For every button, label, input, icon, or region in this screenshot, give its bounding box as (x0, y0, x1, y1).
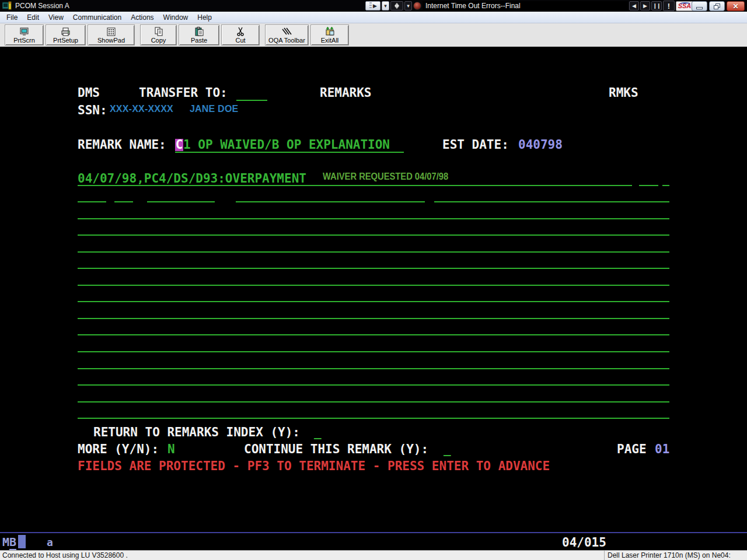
oqa-toolbar-button[interactable]: OQA Toolbar (265, 24, 309, 46)
paste-button[interactable]: Paste (179, 24, 219, 46)
pause-icon: ❙❙ (652, 3, 660, 9)
cut-button[interactable]: Cut (221, 24, 260, 46)
more-value[interactable]: N (167, 443, 175, 456)
document-button[interactable] (390, 1, 403, 10)
minimize-icon (696, 7, 703, 9)
return-index-label: RETURN TO REMARKS INDEX (Y): (93, 426, 300, 439)
oia-session-id: a (47, 536, 53, 548)
transfer-to-label: TRANSFER TO: (139, 87, 228, 99)
next-icon: ▶ (643, 3, 647, 9)
blank-input-line[interactable] (662, 185, 669, 186)
remark-name-label: REMARK NAME: (78, 139, 166, 151)
blank-input-line[interactable] (78, 384, 669, 386)
blank-input-line[interactable] (78, 235, 669, 236)
terminal-cursor[interactable]: C (175, 139, 183, 151)
print-screen-icon (19, 27, 29, 36)
prtsetup-button[interactable]: PrtSetup (46, 24, 86, 46)
cursor-position: 04/015 (562, 536, 606, 550)
page-number: 01 (655, 443, 669, 456)
blank-input-line[interactable] (236, 201, 425, 202)
ssn-value: XXX-XX-XXXX (110, 104, 173, 114)
blank-input-line[interactable] (78, 201, 106, 202)
blank-input-line[interactable] (78, 418, 669, 419)
blank-input-line[interactable] (78, 218, 669, 219)
continue-remark-field[interactable]: _ (444, 443, 451, 456)
previous-icon: ◀ (632, 3, 636, 9)
statusbar-divider (604, 551, 605, 560)
voice-options-dropdown[interactable]: ▾ (404, 1, 412, 10)
remark-name-value[interactable]: 1 OP WAIVED/B OP EXPLANATION (183, 139, 390, 151)
page-label: PAGE (617, 443, 647, 456)
blank-input-line[interactable] (78, 351, 669, 352)
close-icon: ✕ (732, 3, 738, 10)
toolbar-group-print: PrtScrn PrtSetup ShowP (5, 24, 135, 46)
person-name: JANE DOE (190, 104, 238, 114)
est-date-value: 040798 (518, 139, 563, 151)
blank-input-line[interactable] (78, 401, 669, 402)
connection-status: Connected to Host using LU V3528600 . (2, 551, 128, 559)
oia-status-row: MB a 04/015 (0, 532, 747, 550)
menu-file[interactable]: File (2, 12, 22, 23)
globe-icon[interactable] (413, 2, 421, 10)
rmks-code: RMKS (609, 87, 638, 99)
prtscrn-button[interactable]: PrtScrn (5, 24, 44, 46)
toolbar-group-misc: OQA Toolbar ExitAll (265, 24, 349, 46)
copy-button[interactable]: Copy (140, 24, 177, 46)
tts-caption: Internet Time Out Errors--Final (423, 1, 628, 10)
menu-actions[interactable]: Actions (126, 12, 158, 23)
blank-input-line[interactable] (639, 185, 658, 186)
menu-edit[interactable]: Edit (22, 12, 44, 23)
blank-input-line[interactable] (78, 318, 669, 319)
next-button[interactable]: ▶ (640, 1, 650, 10)
blank-input-line[interactable] (78, 185, 632, 186)
remark-overlay-text: WAIVER REQUESTED 04/07/98 (323, 172, 448, 182)
ssa-arc-icon (680, 2, 690, 5)
remark-name-field[interactable] (175, 152, 404, 153)
toolbar-group-clipboard: Copy Paste Cut (140, 24, 260, 46)
blank-input-line[interactable] (114, 201, 133, 202)
blank-input-line[interactable] (147, 201, 215, 202)
menu-communication[interactable]: Communication (68, 12, 126, 23)
close-button[interactable]: ✕ (727, 1, 745, 11)
blank-input-line[interactable] (78, 285, 669, 286)
restore-button[interactable] (709, 1, 725, 11)
blank-input-line[interactable] (434, 201, 669, 202)
previous-button[interactable]: ◀ (629, 1, 639, 10)
status-message: FIELDS ARE PROTECTED - PF3 TO TERMINATE … (78, 460, 550, 473)
menu-bar: File Edit View Communication Actions Win… (0, 12, 747, 23)
alert-icon: ! (668, 2, 670, 10)
menu-window[interactable]: Window (159, 12, 193, 23)
play-button[interactable]: ▶ (365, 1, 381, 10)
exitall-button[interactable]: ExitAll (310, 24, 349, 46)
minimize-button[interactable] (692, 1, 707, 11)
continue-remark-label: CONTINUE THIS REMARK (Y): (244, 443, 428, 456)
blank-input-line[interactable] (78, 334, 669, 335)
app-code: DMS (78, 87, 100, 99)
scissors-icon (236, 27, 245, 36)
menu-help[interactable]: Help (193, 12, 217, 23)
paste-icon (194, 27, 204, 36)
blank-input-line[interactable] (78, 268, 669, 269)
restore-icon (714, 4, 720, 9)
exit-icon (325, 27, 335, 36)
pause-button[interactable]: ❙❙ (651, 1, 662, 10)
menu-view[interactable]: View (44, 12, 68, 23)
ssn-label: SSN: (78, 104, 107, 117)
return-index-field[interactable]: _ (314, 426, 322, 439)
blank-input-line[interactable] (78, 368, 669, 369)
pcom-app-icon (2, 1, 12, 10)
alert-button[interactable]: ! (663, 1, 675, 11)
blank-input-line[interactable] (78, 301, 669, 302)
screen-title: REMARKS (320, 87, 372, 99)
showpad-button[interactable]: ShowPad (88, 24, 135, 46)
copy-icon (154, 27, 163, 36)
transfer-to-field[interactable] (236, 100, 267, 101)
play-options-dropdown[interactable]: ▾ (382, 1, 389, 10)
oia-cursor-block (18, 535, 26, 548)
blank-input-line[interactable] (78, 251, 669, 253)
printer-setup-icon (61, 27, 71, 36)
ssa-logo: SSA (676, 1, 693, 11)
est-date-label: EST DATE: (442, 139, 509, 151)
more-label: MORE (Y/N): (78, 443, 159, 456)
tts-toolbar: ▶ ▾ ▾ Internet Time Out Errors--Final ◀ … (365, 1, 693, 11)
